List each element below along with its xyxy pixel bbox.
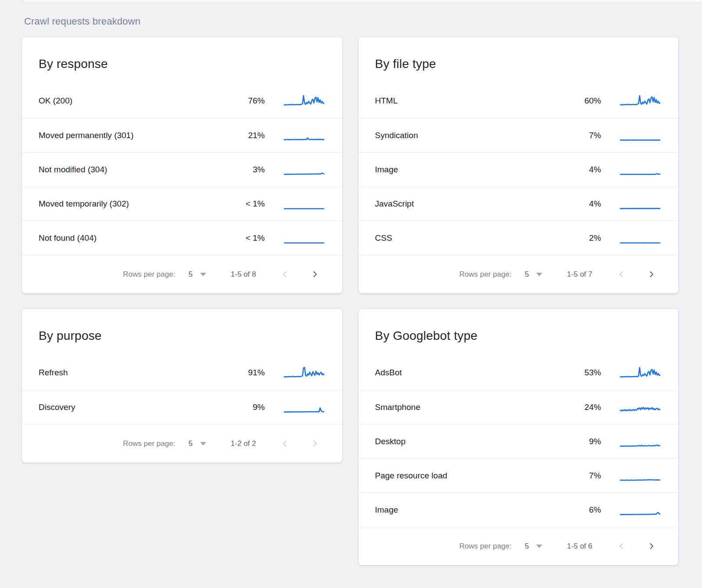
- table-row-not-modified-304[interactable]: Not modified (304) 3%: [22, 152, 342, 186]
- sparkline-chart: [620, 435, 660, 448]
- rows-per-page-select[interactable]: 5: [525, 270, 529, 279]
- table-pagination: Rows per page: 5 1-2 of 2: [22, 424, 342, 463]
- rows-per-page-label: Rows per page:: [459, 270, 512, 279]
- table-row-moved-temporarily-302[interactable]: Moved temporarily (302) < 1%: [22, 186, 342, 221]
- table-row-desktop[interactable]: Desktop 9%: [358, 424, 679, 458]
- card-by-googlebot-type: By Googlebot type AdsBot 53% Smartphone …: [358, 309, 679, 565]
- sparkline-chart: [620, 366, 660, 379]
- table-row-moved-permanently-301[interactable]: Moved permanently (301) 21%: [22, 118, 342, 152]
- row-label: Smartphone: [375, 403, 570, 412]
- row-label: JavaScript: [375, 199, 570, 209]
- row-percent: 60%: [569, 96, 601, 106]
- sparkline-chart: [284, 232, 324, 245]
- previous-page-button: [615, 268, 627, 281]
- row-label: Moved temporarily (302): [39, 199, 233, 209]
- row-label: Not found (404): [39, 233, 233, 243]
- card-rows: HTML 60% Syndication 7% Image 4% JavaScr…: [358, 84, 679, 255]
- next-page-button[interactable]: [309, 268, 321, 281]
- row-label: Moved permanently (301): [39, 131, 233, 140]
- table-row-image[interactable]: Image 4%: [358, 152, 679, 186]
- previous-page-button: [279, 438, 291, 450]
- row-percent: 76%: [233, 96, 265, 106]
- row-percent: 7%: [569, 471, 601, 481]
- next-page-button[interactable]: [645, 268, 657, 281]
- sparkline-chart: [284, 163, 324, 176]
- rows-per-page-select[interactable]: 5: [525, 542, 529, 551]
- chevron-left-icon: [618, 542, 625, 550]
- rows-per-page-label: Rows per page:: [123, 270, 175, 279]
- row-percent: 24%: [569, 403, 601, 412]
- sparkline-chart: [284, 129, 324, 142]
- table-row-discovery[interactable]: Discovery 9%: [22, 390, 342, 424]
- sparkline-chart: [284, 401, 324, 414]
- row-percent: 6%: [569, 505, 601, 515]
- row-percent: 7%: [569, 131, 601, 140]
- cards-grid: By response OK (200) 76% Moved permanent…: [22, 37, 678, 565]
- rows-per-page-select[interactable]: 5: [188, 270, 192, 279]
- card-title: By response: [22, 37, 342, 71]
- row-label: Discovery: [39, 403, 233, 412]
- pagination-range: 1-5 of 6: [567, 542, 592, 551]
- chevron-right-icon: [311, 271, 319, 278]
- card-by-file-type: By file type HTML 60% Syndication 7% Ima…: [358, 37, 679, 293]
- table-row-not-found-404[interactable]: Not found (404) < 1%: [22, 221, 342, 255]
- next-page-button: [309, 438, 321, 450]
- sparkline-chart: [284, 197, 324, 210]
- dropdown-arrow-icon[interactable]: [536, 273, 542, 276]
- page-title: Crawl requests breakdown: [22, 16, 678, 27]
- chevron-left-icon: [618, 271, 625, 278]
- card-rows: Refresh 91% Discovery 9%: [22, 356, 342, 424]
- row-percent: 9%: [233, 403, 265, 412]
- row-label: CSS: [375, 233, 570, 243]
- table-row-page-resource-load[interactable]: Page resource load 7%: [358, 458, 679, 492]
- table-row-javascript[interactable]: JavaScript 4%: [358, 186, 679, 221]
- table-row-adsbot[interactable]: AdsBot 53%: [358, 356, 679, 390]
- card-title: By purpose: [22, 309, 342, 343]
- card-title: By file type: [358, 37, 679, 71]
- dropdown-arrow-icon[interactable]: [200, 273, 206, 276]
- sparkline-chart: [284, 94, 324, 107]
- row-label: AdsBot: [375, 368, 570, 378]
- rows-per-page-select[interactable]: 5: [188, 439, 192, 448]
- row-label: HTML: [375, 96, 570, 106]
- previous-page-button: [279, 268, 291, 281]
- crawl-requests-breakdown-page: Crawl requests breakdown By response OK …: [0, 0, 702, 565]
- dropdown-arrow-icon[interactable]: [200, 442, 206, 445]
- card-rows: AdsBot 53% Smartphone 24% Desktop 9% Pag…: [358, 356, 679, 527]
- table-row-css[interactable]: CSS 2%: [358, 221, 679, 255]
- chevron-left-icon: [281, 271, 289, 278]
- chevron-left-icon: [281, 440, 289, 447]
- row-label: Image: [375, 505, 570, 515]
- sparkline-chart: [284, 366, 324, 379]
- pagination-range: 1-5 of 7: [567, 270, 592, 279]
- chevron-right-icon: [648, 542, 655, 550]
- row-percent: < 1%: [233, 233, 265, 243]
- rows-per-page-label: Rows per page:: [123, 439, 175, 448]
- sparkline-chart: [620, 129, 660, 142]
- previous-page-button: [615, 540, 627, 552]
- row-percent: 91%: [233, 368, 265, 378]
- row-percent: 4%: [569, 165, 601, 175]
- row-percent: 9%: [569, 437, 601, 446]
- row-label: OK (200): [39, 96, 233, 106]
- table-row-html[interactable]: HTML 60%: [358, 84, 679, 118]
- chevron-right-icon: [648, 271, 655, 278]
- sparkline-chart: [620, 94, 660, 107]
- table-row-refresh[interactable]: Refresh 91%: [22, 356, 342, 390]
- top-edge-artifact: [24, 0, 702, 2]
- rows-per-page-label: Rows per page:: [459, 542, 512, 551]
- table-pagination: Rows per page: 5 1-5 of 7: [358, 255, 679, 293]
- dropdown-arrow-icon[interactable]: [536, 545, 542, 548]
- row-label: Page resource load: [375, 471, 570, 481]
- table-row-image[interactable]: Image 6%: [358, 492, 679, 527]
- row-label: Desktop: [375, 437, 570, 446]
- row-percent: 53%: [569, 368, 601, 378]
- table-pagination: Rows per page: 5 1-5 of 8: [22, 255, 342, 293]
- table-row-syndication[interactable]: Syndication 7%: [358, 118, 679, 152]
- table-row-smartphone[interactable]: Smartphone 24%: [358, 390, 679, 424]
- next-page-button[interactable]: [645, 540, 657, 552]
- card-rows: OK (200) 76% Moved permanently (301) 21%…: [22, 84, 342, 255]
- sparkline-chart: [620, 401, 660, 414]
- table-row-ok-200[interactable]: OK (200) 76%: [22, 84, 342, 118]
- row-label: Image: [375, 165, 570, 175]
